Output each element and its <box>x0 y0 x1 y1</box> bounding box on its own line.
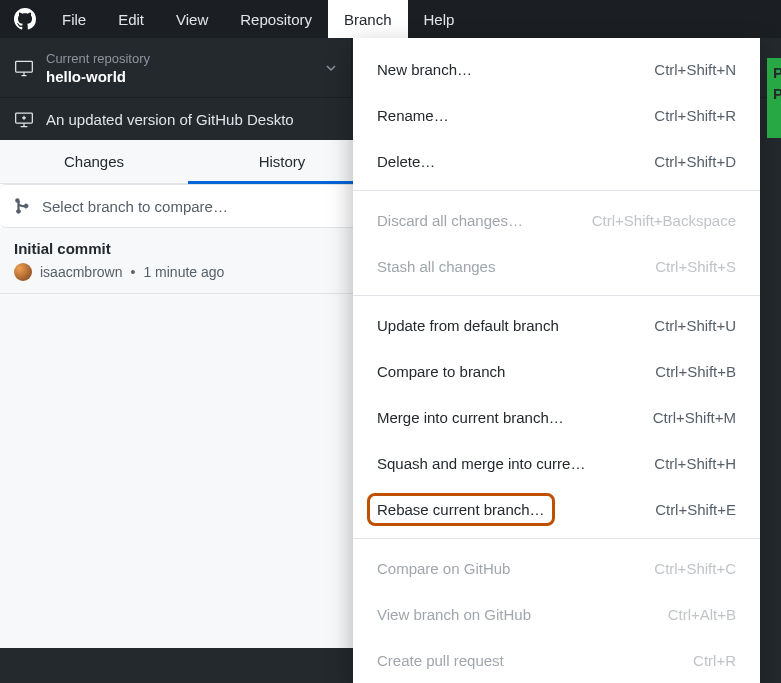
commit-list: Initial commit isaacmbrown • 1 minute ag… <box>0 228 376 648</box>
branch-compare-label: Select branch to compare… <box>42 198 228 215</box>
svg-rect-0 <box>16 61 33 72</box>
menu-view[interactable]: View <box>160 0 224 38</box>
repo-label: Current repository <box>46 51 313 66</box>
menu-item-shortcut: Ctrl+Alt+B <box>668 606 736 623</box>
avatar <box>14 263 32 281</box>
menu-item-compare-to-branch[interactable]: Compare to branchCtrl+Shift+B <box>353 348 760 394</box>
left-panel: Changes History Select branch to compare… <box>0 140 376 648</box>
menu-item-compare-on-github: Compare on GitHubCtrl+Shift+C <box>353 545 760 591</box>
menu-item-label: Create pull request <box>377 652 504 669</box>
monitor-icon <box>14 58 34 78</box>
menu-item-shortcut: Ctrl+Shift+H <box>654 455 736 472</box>
menu-separator <box>353 538 760 539</box>
menu-item-shortcut: Ctrl+Shift+C <box>654 560 736 577</box>
menu-item-stash-all-changes: Stash all changesCtrl+Shift+S <box>353 243 760 289</box>
menu-item-rebase-current-branch[interactable]: Rebase current branch…Ctrl+Shift+E <box>353 486 760 532</box>
menu-item-shortcut: Ctrl+Shift+E <box>655 501 736 518</box>
menu-branch[interactable]: Branch <box>328 0 408 38</box>
menu-item-shortcut: Ctrl+Shift+U <box>654 317 736 334</box>
menu-item-shortcut: Ctrl+Shift+S <box>655 258 736 275</box>
menu-item-new-branch[interactable]: New branch…Ctrl+Shift+N <box>353 46 760 92</box>
tab-history[interactable]: History <box>188 140 376 183</box>
menu-item-label: View branch on GitHub <box>377 606 531 623</box>
menu-item-shortcut: Ctrl+Shift+N <box>654 61 736 78</box>
menu-item-squash-and-merge-into-curre[interactable]: Squash and merge into curre…Ctrl+Shift+H <box>353 440 760 486</box>
git-branch-icon <box>14 197 32 215</box>
menu-item-rename[interactable]: Rename…Ctrl+Shift+R <box>353 92 760 138</box>
menu-item-shortcut: Ctrl+Shift+M <box>653 409 736 426</box>
menu-help[interactable]: Help <box>408 0 471 38</box>
menu-separator <box>353 295 760 296</box>
commit-author: isaacmbrown <box>40 264 122 280</box>
tab-changes[interactable]: Changes <box>0 140 188 183</box>
repo-labels: Current repository hello-world <box>46 51 313 85</box>
menu-item-label: Merge into current branch… <box>377 409 564 426</box>
menubar: File Edit View Repository Branch Help <box>0 0 781 38</box>
menu-item-label: New branch… <box>377 61 472 78</box>
menu-item-merge-into-current-branch[interactable]: Merge into current branch…Ctrl+Shift+M <box>353 394 760 440</box>
desktop-download-icon <box>14 109 34 129</box>
menu-item-shortcut: Ctrl+R <box>693 652 736 669</box>
menu-file[interactable]: File <box>46 0 102 38</box>
menu-item-shortcut: Ctrl+Shift+Backspace <box>592 212 736 229</box>
menu-item-label: Squash and merge into curre… <box>377 455 585 472</box>
menu-item-view-branch-on-github: View branch on GitHubCtrl+Alt+B <box>353 591 760 637</box>
commit-meta: isaacmbrown • 1 minute ago <box>14 263 362 281</box>
menu-item-create-pull-request: Create pull requestCtrl+R <box>353 637 760 683</box>
menu-item-update-from-default-branch[interactable]: Update from default branchCtrl+Shift+U <box>353 302 760 348</box>
menu-item-label: Compare to branch <box>377 363 505 380</box>
commit-item[interactable]: Initial commit isaacmbrown • 1 minute ag… <box>0 228 376 294</box>
menu-item-label: Rebase current branch… <box>377 501 545 518</box>
update-text: An updated version of GitHub Deskto <box>46 111 294 128</box>
menu-item-shortcut: Ctrl+Shift+R <box>654 107 736 124</box>
menu-item-discard-all-changes: Discard all changes…Ctrl+Shift+Backspace <box>353 197 760 243</box>
repo-name: hello-world <box>46 68 313 85</box>
menu-item-label: Discard all changes… <box>377 212 523 229</box>
menu-item-delete[interactable]: Delete…Ctrl+Shift+D <box>353 138 760 184</box>
chevron-down-icon <box>325 62 337 74</box>
menu-item-shortcut: Ctrl+Shift+D <box>654 153 736 170</box>
github-logo-icon <box>14 8 36 30</box>
menu-item-label: Rename… <box>377 107 449 124</box>
menu-item-label: Compare on GitHub <box>377 560 510 577</box>
commit-time: 1 minute ago <box>143 264 224 280</box>
commit-title: Initial commit <box>14 240 362 257</box>
menu-item-label: Stash all changes <box>377 258 495 275</box>
branch-dropdown: New branch…Ctrl+Shift+NRename…Ctrl+Shift… <box>353 38 760 683</box>
menu-item-shortcut: Ctrl+Shift+B <box>655 363 736 380</box>
right-edge-green: P P <box>767 58 781 138</box>
menu-edit[interactable]: Edit <box>102 0 160 38</box>
menu-separator <box>353 190 760 191</box>
tabs: Changes History <box>0 140 376 184</box>
menu-item-label: Update from default branch <box>377 317 559 334</box>
repo-selector[interactable]: Current repository hello-world <box>0 38 352 97</box>
branch-compare-selector[interactable]: Select branch to compare… <box>0 184 376 228</box>
menu-repository[interactable]: Repository <box>224 0 328 38</box>
menu-item-label: Delete… <box>377 153 435 170</box>
